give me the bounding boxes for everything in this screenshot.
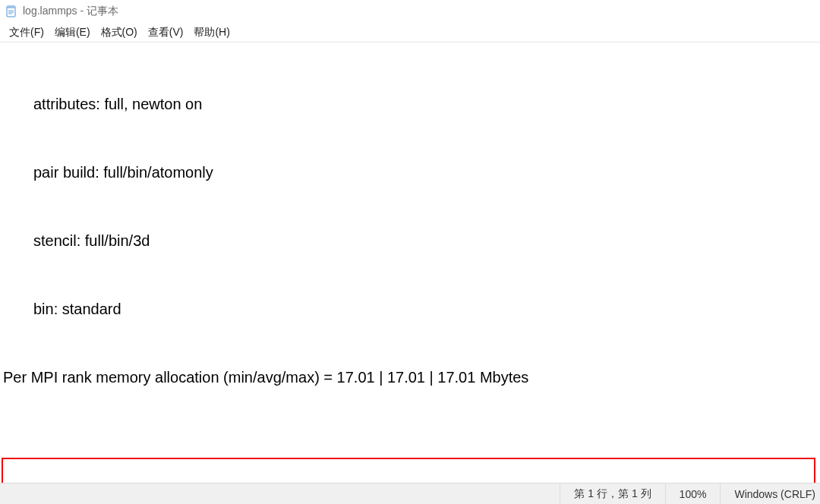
- menu-help[interactable]: 帮助(H): [189, 24, 234, 41]
- status-spacer: [0, 484, 560, 504]
- text-area[interactable]: attributes: full, newton on pair build: …: [0, 43, 820, 483]
- log-line: pair build: full/bin/atomonly: [2, 161, 818, 184]
- svg-rect-1: [7, 6, 15, 8]
- menu-edit[interactable]: 编辑(E): [50, 24, 95, 41]
- status-cursor-position: 第 1 行，第 1 列: [560, 484, 665, 504]
- log-line: Per MPI rank memory allocation (min/avg/…: [2, 366, 818, 389]
- status-zoom: 100%: [666, 484, 721, 504]
- window-title: log.lammps - 记事本: [23, 5, 118, 18]
- notepad-icon: [5, 5, 18, 18]
- status-line-ending: Windows (CRLF): [721, 484, 820, 504]
- log-line: bin: standard: [2, 298, 818, 320]
- titlebar: log.lammps - 记事本: [0, 0, 820, 23]
- menu-file[interactable]: 文件(F): [5, 24, 49, 41]
- menubar: 文件(F) 编辑(E) 格式(O) 查看(V) 帮助(H): [0, 23, 820, 43]
- highlight-box: Step Temp Press PotEng Volume Lx Ly Lz 0…: [2, 458, 815, 483]
- statusbar: 第 1 行，第 1 列 100% Windows (CRLF): [0, 483, 820, 504]
- log-line: attributes: full, newton on: [2, 93, 818, 115]
- menu-format[interactable]: 格式(O): [96, 24, 142, 41]
- menu-view[interactable]: 查看(V): [144, 24, 188, 41]
- log-line: stencil: full/bin/3d: [2, 229, 818, 252]
